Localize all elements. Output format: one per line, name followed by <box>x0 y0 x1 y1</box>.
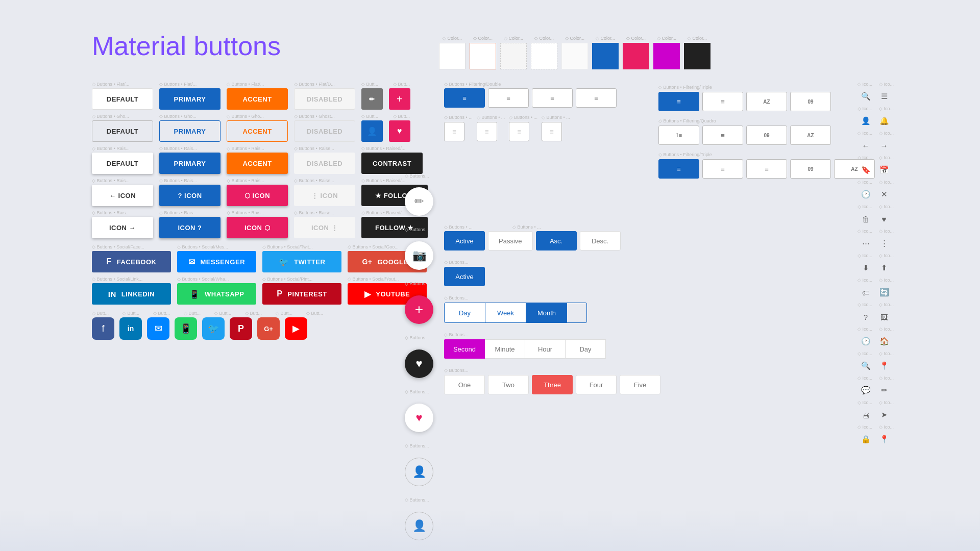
five-button[interactable]: Five <box>620 375 660 394</box>
ghost-primary-button[interactable]: PRIMARY <box>159 120 220 142</box>
morevert-icon-button[interactable]: ⋮ <box>876 235 892 252</box>
filter-quadro-btn4[interactable]: AZ <box>790 126 831 145</box>
filter-triple1-btn3[interactable]: AZ <box>746 92 787 111</box>
filter-triple2-btn3[interactable]: ≡ <box>746 159 787 179</box>
raised-default-button[interactable]: DEFAULT <box>92 153 153 174</box>
more-icon-button[interactable]: ⋯ <box>857 235 874 252</box>
flat-accent-button[interactable]: ACCENT <box>227 88 288 110</box>
two-button[interactable]: Two <box>488 375 529 394</box>
messenger-button[interactable]: ✉ Messenger <box>177 251 256 272</box>
small-messenger-button[interactable]: ✉ <box>147 317 169 340</box>
desc-button[interactable]: Desc. <box>580 231 621 251</box>
bookmark-icon-button[interactable]: 🔖 <box>857 162 874 178</box>
hour-button[interactable]: Hour <box>525 339 566 359</box>
small-youtube-button[interactable]: ▶ <box>285 317 307 340</box>
filter-triple1-btn2[interactable]: ≡ <box>702 92 743 111</box>
fab-user-outline-button[interactable]: 👤 <box>405 458 433 486</box>
small-pinterest-button[interactable]: P <box>230 317 252 340</box>
swatch-purple[interactable]: ◇ Color... <box>653 36 680 69</box>
filter-sep3-button[interactable]: ≡ <box>509 122 529 141</box>
filter-double-outline2-button[interactable]: ≡ <box>532 88 573 108</box>
filter-triple2-btn1[interactable]: ≡ <box>658 159 699 179</box>
fab-camera-button[interactable]: 📷 <box>405 241 433 270</box>
linkedin-button[interactable]: in LinkedIn <box>92 283 171 305</box>
raised-accent-button[interactable]: ACCENT <box>227 153 288 174</box>
fab-edit-button[interactable]: ✏ <box>405 187 433 216</box>
small-linkedin-button[interactable]: in <box>119 317 142 340</box>
forward-icon-button[interactable]: → <box>876 137 892 154</box>
filter-triple1-btn4[interactable]: 09 <box>790 92 831 111</box>
back-icon-button[interactable]: ← <box>857 137 874 154</box>
refresh-icon-button[interactable]: 🔄 <box>876 284 892 300</box>
three-button[interactable]: Three <box>532 375 573 394</box>
week-button[interactable]: Week <box>485 303 526 322</box>
search-icon-button[interactable]: 🔍 <box>857 88 874 105</box>
bell-icon-button[interactable]: 🔔 <box>876 113 892 129</box>
ghost-default-button[interactable]: DEFAULT <box>92 120 153 142</box>
small-facebook-button[interactable]: f <box>92 317 114 340</box>
raised-primary-button[interactable]: PRIMARY <box>159 153 220 174</box>
heart-icon-button[interactable]: ♥ <box>876 211 892 227</box>
filter-double-outline3-button[interactable]: ≡ <box>576 88 617 108</box>
raised-icon-default-button[interactable]: ← ICON <box>92 185 153 206</box>
print-icon-button[interactable]: 🖨 <box>857 407 874 423</box>
swatch-peach[interactable]: ◇ Color... <box>470 36 496 69</box>
search2-icon-button[interactable]: 🔍 <box>857 358 874 374</box>
flat-default-button[interactable]: DEFAULT <box>92 88 153 110</box>
filter-quadro-btn2[interactable]: ≡ <box>702 126 743 145</box>
filter-triple1-btn1[interactable]: ≡ <box>658 92 699 111</box>
minute-button[interactable]: Minute <box>484 339 525 359</box>
active-single-button[interactable]: Active <box>444 267 485 286</box>
raised-contrast-button[interactable]: CONTRAST <box>361 153 423 174</box>
fab-user-outline2-button[interactable]: 👤 <box>405 512 433 540</box>
swatch-white2[interactable]: ◇ Color... <box>531 36 557 69</box>
swatch-white[interactable]: ◇ Color... <box>439 36 465 69</box>
twitter-button[interactable]: 🐦 Twitter <box>262 251 341 272</box>
filter-quadro-btn3[interactable]: 09 <box>746 126 787 145</box>
asc-button[interactable]: Asc. <box>536 231 577 251</box>
small-whatsapp-button[interactable]: 📱 <box>175 317 197 340</box>
raised-icon-accent-button[interactable]: ⬡ ICON <box>227 185 288 206</box>
download-icon-button[interactable]: ⬇ <box>857 260 874 276</box>
history-icon-button[interactable]: 🕐 <box>857 333 874 349</box>
pinterest-button[interactable]: P Pinterest <box>262 283 341 305</box>
tag-icon-button[interactable]: 🏷 <box>857 284 874 300</box>
edit-icon-button[interactable]: ✏ <box>876 382 892 398</box>
send-icon-button[interactable]: ➤ <box>876 407 892 423</box>
ghost-accent-button[interactable]: ACCENT <box>227 120 288 142</box>
swatch-white3[interactable]: ◇ Color... <box>561 36 588 69</box>
filter-sep1-button[interactable]: ≡ <box>444 122 464 141</box>
filter-double-outline1-button[interactable]: ≡ <box>488 88 529 108</box>
menu-icon-button[interactable]: ☰ <box>876 88 892 105</box>
facebook-button[interactable]: f Facebook <box>92 251 171 272</box>
filter-quadro-btn1[interactable]: 1≡ <box>658 126 699 145</box>
swatch-blue[interactable]: ◇ Color... <box>592 36 619 69</box>
filter-double-active-button[interactable]: ≡ <box>444 88 485 108</box>
upload-icon-button[interactable]: ⬆ <box>876 260 892 276</box>
four-button[interactable]: Four <box>576 375 617 394</box>
trash-icon-button[interactable]: 🗑 <box>857 211 874 227</box>
fab-plus-button[interactable]: + <box>405 295 433 324</box>
swatch-red[interactable]: ◇ Color... <box>623 36 649 69</box>
clock-icon-button[interactable]: 🕐 <box>857 186 874 203</box>
map-icon-button[interactable]: 📍 <box>876 358 892 374</box>
month-button[interactable]: Month <box>526 303 567 322</box>
passive-button[interactable]: Passive <box>488 231 533 251</box>
raised-icon2-default-button[interactable]: ICON → <box>92 217 153 238</box>
flat-primary-button[interactable]: PRIMARY <box>159 88 220 110</box>
image-icon-button[interactable]: 🖼 <box>876 309 892 325</box>
question-icon-button[interactable]: ? <box>857 309 874 325</box>
ghost-user-icon-button[interactable]: 👤 <box>361 120 383 142</box>
flat-plus-icon-button[interactable]: + <box>389 88 410 110</box>
swatch-light[interactable]: ◇ Color... <box>500 36 527 69</box>
fab-heart-dark-button[interactable]: ♥ <box>405 349 433 378</box>
filter-triple2-btn2[interactable]: ≡ <box>702 159 743 179</box>
second-button[interactable]: Second <box>444 339 485 359</box>
raised-icon2-primary-button[interactable]: ICON ? <box>159 217 220 238</box>
chat-icon-button[interactable]: 💬 <box>857 382 874 398</box>
day-time-button[interactable]: Day <box>565 339 606 359</box>
location-icon-button[interactable]: 📍 <box>876 431 892 447</box>
close-icon-button[interactable]: ✕ <box>876 186 892 203</box>
active-button[interactable]: Active <box>444 231 485 251</box>
whatsapp-button[interactable]: 📱 WhatsApp <box>177 283 256 305</box>
